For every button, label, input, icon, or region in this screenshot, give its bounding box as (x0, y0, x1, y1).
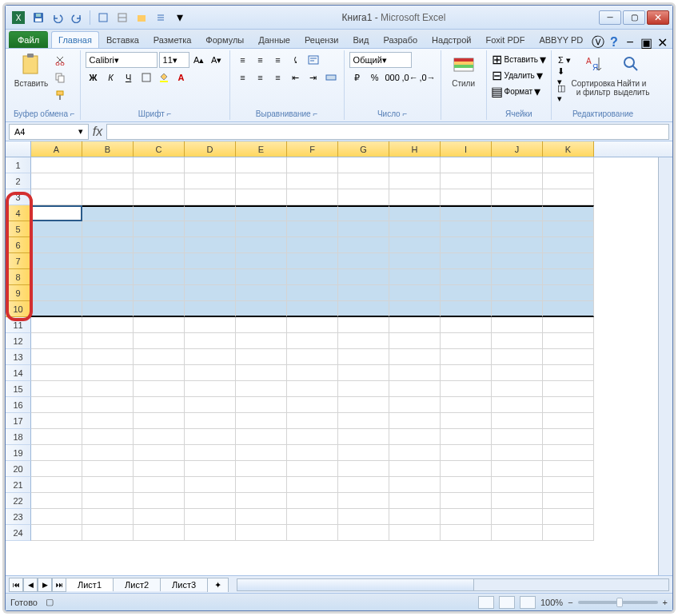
cell-E2[interactable] (236, 173, 287, 189)
cell-G19[interactable] (338, 445, 389, 461)
row-header-12[interactable]: 12 (6, 333, 31, 349)
cell-I2[interactable] (441, 173, 492, 189)
align-middle-icon[interactable]: ≡ (253, 52, 269, 68)
row-header-17[interactable]: 17 (6, 413, 31, 429)
percent-icon[interactable]: % (367, 70, 383, 85)
cell-H23[interactable] (389, 509, 441, 525)
cell-E22[interactable] (236, 493, 287, 509)
cell-A3[interactable] (31, 189, 82, 205)
paste-button[interactable]: Вставить (14, 52, 49, 88)
cell-F23[interactable] (287, 509, 338, 525)
number-format-combo[interactable]: Общий ▾ (349, 52, 412, 68)
cell-I5[interactable] (441, 221, 492, 237)
sheet-nav-next[interactable]: ▶ (38, 578, 52, 592)
cell-B8[interactable] (82, 269, 134, 285)
cell-H5[interactable] (389, 221, 441, 237)
cell-G20[interactable] (338, 461, 389, 477)
cell-D17[interactable] (185, 413, 236, 429)
cell-H21[interactable] (389, 477, 441, 493)
cell-H4[interactable] (389, 205, 441, 221)
row-header-22[interactable]: 22 (6, 493, 31, 509)
cell-E5[interactable] (236, 221, 287, 237)
cell-C9[interactable] (134, 285, 185, 301)
cell-H24[interactable] (389, 525, 441, 541)
cell-C13[interactable] (134, 349, 185, 365)
sheet-tab-2[interactable]: Лист2 (113, 578, 161, 591)
row-header-1[interactable]: 1 (6, 157, 31, 173)
cell-K11[interactable] (543, 317, 594, 333)
worksheet-grid[interactable]: ABCDEFGHIJK 1234567891011121314151617181… (6, 141, 672, 575)
bold-button[interactable]: Ж (86, 70, 102, 85)
cell-J22[interactable] (492, 493, 543, 509)
row-header-11[interactable]: 11 (6, 317, 31, 333)
cell-K9[interactable] (543, 285, 594, 301)
qat-btn-1[interactable] (94, 9, 112, 26)
col-header-B[interactable]: B (82, 141, 134, 157)
cell-A13[interactable] (31, 349, 82, 365)
row-header-15[interactable]: 15 (6, 381, 31, 397)
cell-B2[interactable] (82, 173, 134, 189)
cell-G6[interactable] (338, 237, 389, 253)
cell-K5[interactable] (543, 221, 594, 237)
cell-G1[interactable] (338, 157, 389, 173)
sheet-nav-first[interactable]: ⏮ (9, 578, 23, 592)
horizontal-scrollbar[interactable] (237, 578, 669, 591)
cell-F20[interactable] (287, 461, 338, 477)
cell-C1[interactable] (134, 157, 185, 173)
cell-H9[interactable] (389, 285, 441, 301)
cell-F13[interactable] (287, 349, 338, 365)
cell-H10[interactable] (389, 301, 441, 317)
cell-B13[interactable] (82, 349, 134, 365)
cell-C18[interactable] (134, 429, 185, 445)
cell-H1[interactable] (389, 157, 441, 173)
cell-C22[interactable] (134, 493, 185, 509)
cell-F17[interactable] (287, 413, 338, 429)
cell-D2[interactable] (185, 173, 236, 189)
cell-D12[interactable] (185, 333, 236, 349)
cell-K8[interactable] (543, 269, 594, 285)
cell-J23[interactable] (492, 509, 543, 525)
cell-A23[interactable] (31, 509, 82, 525)
cell-E16[interactable] (236, 397, 287, 413)
cell-J17[interactable] (492, 413, 543, 429)
cell-D15[interactable] (185, 381, 236, 397)
col-header-K[interactable]: K (543, 141, 594, 157)
cell-I3[interactable] (441, 189, 492, 205)
cell-C6[interactable] (134, 237, 185, 253)
minimize-button[interactable]: ─ (599, 10, 621, 25)
cell-G22[interactable] (338, 493, 389, 509)
cell-G10[interactable] (338, 301, 389, 317)
cell-F12[interactable] (287, 333, 338, 349)
cell-A17[interactable] (31, 413, 82, 429)
cell-E11[interactable] (236, 317, 287, 333)
cell-J15[interactable] (492, 381, 543, 397)
cell-H3[interactable] (389, 189, 441, 205)
cell-F4[interactable] (287, 205, 338, 221)
cell-J18[interactable] (492, 429, 543, 445)
cell-C21[interactable] (134, 477, 185, 493)
cell-H15[interactable] (389, 381, 441, 397)
cell-H8[interactable] (389, 269, 441, 285)
view-normal-icon[interactable] (478, 596, 494, 609)
styles-button[interactable]: Стили (446, 52, 481, 88)
cell-A7[interactable] (31, 253, 82, 269)
cell-I18[interactable] (441, 429, 492, 445)
cell-F19[interactable] (287, 445, 338, 461)
cell-F15[interactable] (287, 381, 338, 397)
row-header-4[interactable]: 4 (6, 205, 31, 221)
cell-J21[interactable] (492, 477, 543, 493)
cell-D1[interactable] (185, 157, 236, 173)
cell-G11[interactable] (338, 317, 389, 333)
cell-B14[interactable] (82, 365, 134, 381)
cell-F16[interactable] (287, 397, 338, 413)
row-header-3[interactable]: 3 (6, 189, 31, 205)
cell-A11[interactable] (31, 317, 82, 333)
cell-F11[interactable] (287, 317, 338, 333)
cell-G3[interactable] (338, 189, 389, 205)
cell-B16[interactable] (82, 397, 134, 413)
cell-I24[interactable] (441, 525, 492, 541)
cell-F14[interactable] (287, 365, 338, 381)
indent-dec-icon[interactable]: ⇤ (288, 70, 304, 85)
cell-G12[interactable] (338, 333, 389, 349)
cell-J4[interactable] (492, 205, 543, 221)
